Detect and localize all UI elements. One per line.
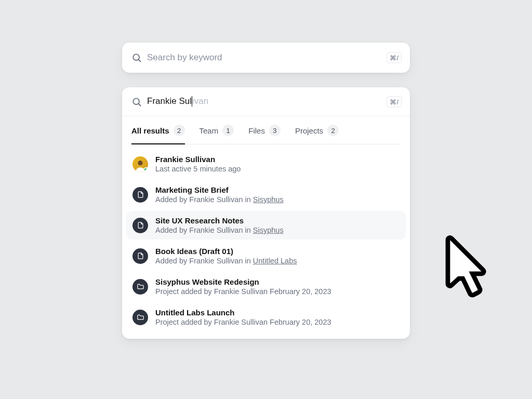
result-row[interactable]: Site UX Research NotesAdded by Frankie S… <box>126 211 406 240</box>
search-autocomplete-ghost: ivan <box>192 96 208 106</box>
presence-dot <box>143 167 148 172</box>
tab-label: Team <box>200 126 219 135</box>
result-title: Sisyphus Website Redesign <box>155 277 331 286</box>
tab-projects[interactable]: Projects2 <box>295 116 339 144</box>
tab-count-badge: 2 <box>327 125 339 136</box>
results-list: Frankie SullivanLast active 5 minutes ag… <box>122 144 410 331</box>
result-body: Site UX Research NotesAdded by Frankie S… <box>155 216 284 234</box>
result-title: Marketing Site Brief <box>155 185 284 194</box>
folder-icon <box>132 310 148 325</box>
result-subtitle: Added by Frankie Sullivan in Sisyphus <box>155 195 284 204</box>
result-tabs: All results2Team1Files3Projects2 <box>131 116 401 144</box>
search-placeholder[interactable]: Search by keyword <box>147 52 222 63</box>
tab-label: Files <box>248 126 265 135</box>
result-title: Site UX Research Notes <box>155 216 284 225</box>
svg-line-1 <box>139 60 141 62</box>
result-subtitle: Project added by Frankie Sullivan Februa… <box>155 287 331 296</box>
search-icon <box>131 52 142 63</box>
result-body: Marketing Site BriefAdded by Frankie Sul… <box>155 185 284 204</box>
search-input-row[interactable]: Frankie Sulivan ⌘/ <box>122 87 410 116</box>
result-subtitle: Added by Frankie Sullivan in Sisyphus <box>155 226 284 234</box>
file-icon <box>132 187 148 203</box>
result-body: Sisyphus Website RedesignProject added b… <box>155 277 331 296</box>
result-body: Untitled Labs LaunchProject added by Fra… <box>155 308 331 326</box>
result-title: Untitled Labs Launch <box>155 308 331 317</box>
text-cursor <box>192 96 192 107</box>
tab-label: Projects <box>295 126 323 135</box>
avatar <box>132 156 148 172</box>
search-typed-text: Frankie Sul <box>147 96 192 106</box>
result-subtitle: Project added by Frankie Sullivan Februa… <box>155 318 331 326</box>
result-project-link[interactable]: Untitled Labs <box>253 257 297 265</box>
search-icon <box>131 97 142 107</box>
result-subtitle: Last active 5 minutes ago <box>155 165 241 173</box>
tab-label: All results <box>131 126 169 135</box>
tab-files[interactable]: Files3 <box>248 116 281 144</box>
tab-count-badge: 2 <box>174 125 185 136</box>
result-project-link[interactable]: Sisyphus <box>253 226 284 234</box>
simple-search-card: Search by keyword ⌘/ <box>122 43 410 73</box>
result-row[interactable]: Frankie SullivanLast active 5 minutes ag… <box>126 150 406 178</box>
result-title: Frankie Sullivan <box>155 155 241 164</box>
result-row[interactable]: Untitled Labs LaunchProject added by Fra… <box>126 303 406 331</box>
result-row[interactable]: Marketing Site BriefAdded by Frankie Sul… <box>126 180 406 209</box>
folder-icon <box>132 279 148 295</box>
keyboard-shortcut: ⌘/ <box>387 52 402 63</box>
result-subtitle: Added by Frankie Sullivan in Untitled La… <box>155 257 297 265</box>
svg-line-3 <box>139 103 141 105</box>
result-row[interactable]: Sisyphus Website RedesignProject added b… <box>126 272 406 301</box>
file-icon <box>132 218 148 233</box>
result-body: Frankie SullivanLast active 5 minutes ag… <box>155 155 241 173</box>
svg-point-4 <box>138 161 142 165</box>
result-row[interactable]: Book Ideas (Draft 01)Added by Frankie Su… <box>126 242 406 270</box>
file-icon <box>132 248 148 264</box>
tab-count-badge: 3 <box>269 125 281 136</box>
cursor-pointer-icon <box>383 230 392 240</box>
keyboard-shortcut: ⌘/ <box>387 96 402 107</box>
tab-all-results[interactable]: All results2 <box>131 116 185 144</box>
tab-count-badge: 1 <box>222 125 234 136</box>
result-body: Book Ideas (Draft 01)Added by Frankie Su… <box>155 247 297 265</box>
result-project-link[interactable]: Sisyphus <box>253 195 284 204</box>
search-panel: Frankie Sulivan ⌘/ All results2Team1File… <box>122 87 410 339</box>
search-input[interactable]: Frankie Sulivan <box>147 96 208 107</box>
result-title: Book Ideas (Draft 01) <box>155 247 297 256</box>
tab-team[interactable]: Team1 <box>200 116 234 144</box>
